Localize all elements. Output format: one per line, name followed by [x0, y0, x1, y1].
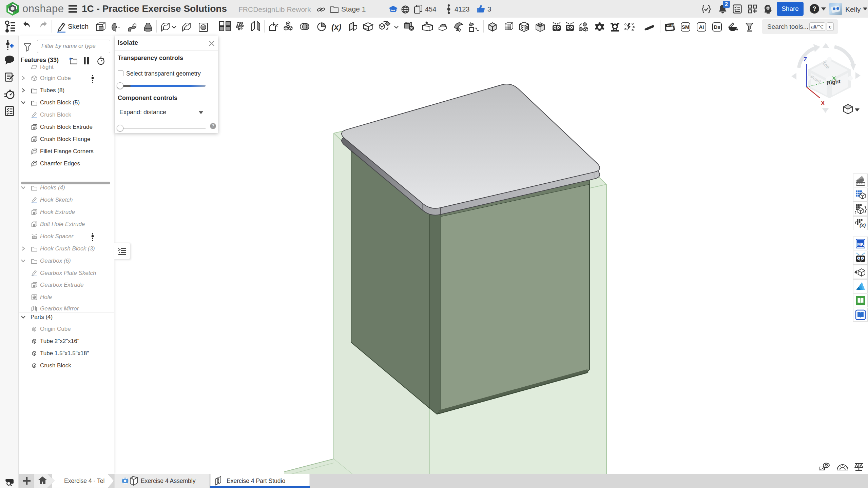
svg-text:X: X [821, 100, 825, 106]
svg-text:Exercise 4 Part Studio: Exercise 4 Part Studio [227, 477, 285, 484]
svg-text:(x): (x) [860, 222, 866, 228]
svg-text:MK: MK [857, 242, 864, 247]
svg-text:?: ? [813, 5, 816, 12]
svg-text:Exercise 4 - Tel: Exercise 4 - Tel [64, 477, 104, 484]
svg-text:Z: Z [804, 56, 807, 63]
svg-text:Exercise 4 Assembly: Exercise 4 Assembly [141, 477, 196, 484]
